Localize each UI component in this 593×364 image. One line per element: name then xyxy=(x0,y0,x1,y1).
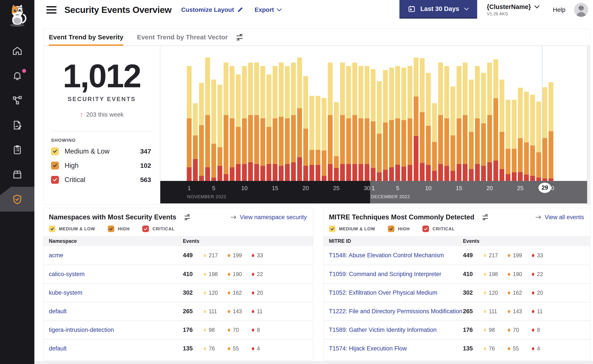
sidebar-item-alerts[interactable] xyxy=(0,63,34,88)
bar-nov-11[interactable] xyxy=(248,63,253,181)
bar-dec-27[interactable] xyxy=(530,95,535,181)
table-row[interactable]: T1059: Command and Scripting Interpreter… xyxy=(324,265,590,283)
bar-dec-3[interactable] xyxy=(383,70,388,181)
highlighted-day-marker[interactable]: 29 xyxy=(539,183,551,193)
bar-dec-20[interactable] xyxy=(487,63,492,181)
sidebar-item-policies[interactable] xyxy=(0,113,34,137)
legend-critical[interactable]: Critical 563 xyxy=(51,173,151,187)
table-row[interactable]: T1222: File and Directory Permissions Mo… xyxy=(324,302,590,320)
bar-nov-18[interactable] xyxy=(291,63,296,181)
bar-dec-5[interactable] xyxy=(395,66,400,181)
bar-nov-7[interactable] xyxy=(224,63,228,181)
bar-dec-18[interactable] xyxy=(475,66,480,181)
table-row[interactable]: T1589: Gather Victim Identity Informatio… xyxy=(324,320,590,339)
sidebar-item-compliance[interactable] xyxy=(0,137,34,162)
bar-dec-19[interactable] xyxy=(481,73,486,181)
table-row[interactable]: acme 449 217 199 33 xyxy=(44,246,313,265)
export-button[interactable]: Export xyxy=(255,6,282,13)
mitre-technique-link[interactable]: T1222: File and Directory Permissions Mo… xyxy=(329,308,463,315)
bar-nov-3[interactable] xyxy=(199,83,204,181)
checkbox-high[interactable] xyxy=(388,226,394,232)
checkbox-critical[interactable] xyxy=(422,226,429,232)
help-link[interactable]: Help xyxy=(553,6,565,13)
bar-dec-10[interactable] xyxy=(426,73,431,181)
bar-nov-23[interactable] xyxy=(322,98,326,181)
bar-dec-2[interactable] xyxy=(377,81,382,181)
trend-settings-sliders-icon[interactable] xyxy=(236,33,244,41)
bar-nov-15[interactable] xyxy=(273,66,277,181)
bar-nov-2[interactable] xyxy=(193,103,198,181)
namespace-link[interactable]: default xyxy=(49,345,183,352)
namespace-link[interactable]: acme xyxy=(49,252,183,259)
checkbox-high[interactable] xyxy=(51,162,59,169)
checkbox-medium-low[interactable] xyxy=(51,147,59,155)
filter-critical[interactable]: CRITICAL xyxy=(422,226,455,232)
table-row[interactable]: default 135 76 55 4 xyxy=(44,339,313,358)
table-row[interactable]: T1548: Abuse Elevation Control Mechanism… xyxy=(324,246,590,265)
bar-dec-13[interactable] xyxy=(444,66,449,181)
mitre-technique-link[interactable]: T1589: Gather Victim Identity Informatio… xyxy=(329,327,463,333)
bar-dec-12[interactable] xyxy=(438,63,443,181)
bar-dec-26[interactable] xyxy=(524,92,529,181)
bar-dec-7[interactable] xyxy=(407,66,412,181)
bar-dec-11[interactable] xyxy=(432,103,437,181)
checkbox-medium-low[interactable] xyxy=(49,226,55,232)
mitre-technique-link[interactable]: T1574: Hijack Execution Flow xyxy=(329,345,463,352)
bar-dec-23[interactable] xyxy=(506,100,510,181)
namespace-link[interactable]: default xyxy=(49,308,183,315)
bar-dec-16[interactable] xyxy=(463,63,467,181)
tab-event-trend-by-severity[interactable]: Event Trend by Severity xyxy=(49,29,123,46)
namespaces-settings-sliders-icon[interactable] xyxy=(184,214,191,221)
checkbox-critical[interactable] xyxy=(51,176,59,184)
sidebar-item-home[interactable] xyxy=(0,39,34,63)
bar-dec-24[interactable] xyxy=(512,100,517,181)
filter-medium-low[interactable]: MEDIUM & LOW xyxy=(49,226,95,232)
sidebar-item-service-graph[interactable] xyxy=(0,88,34,113)
bar-nov-5[interactable] xyxy=(211,80,216,181)
bar-nov-27[interactable] xyxy=(346,66,351,181)
bar-nov-1[interactable] xyxy=(187,66,192,181)
cluster-selector[interactable]: {ClusterName} V1.26 AKS xyxy=(487,3,540,16)
bar-dec-29[interactable] xyxy=(542,87,547,181)
bar-nov-16[interactable] xyxy=(279,63,284,181)
namespace-link[interactable]: kube-system xyxy=(49,289,183,296)
bar-dec-21[interactable] xyxy=(493,59,498,181)
customize-layout-button[interactable]: Customize Layout xyxy=(181,6,243,13)
bar-dec-30[interactable] xyxy=(549,82,553,181)
mitre-technique-link[interactable]: T1052: Exfiltration Over Physical Medium xyxy=(329,289,463,296)
namespace-link[interactable]: tigera-intrusion-detection xyxy=(49,327,183,333)
sidebar-item-threat-defense[interactable] xyxy=(0,187,34,212)
chart-scrollbar[interactable] xyxy=(587,46,590,205)
bar-dec-25[interactable] xyxy=(518,88,523,181)
bar-dec-22[interactable] xyxy=(500,80,504,181)
bar-nov-24[interactable] xyxy=(328,63,333,181)
bar-dec-17[interactable] xyxy=(469,80,474,181)
bar-nov-14[interactable] xyxy=(267,74,271,181)
table-row[interactable]: T1574: Hijack Execution Flow 135 76 55 4 xyxy=(324,339,590,358)
bar-nov-13[interactable] xyxy=(260,66,265,181)
mitre-technique-link[interactable]: T1548: Abuse Elevation Control Mechanism xyxy=(329,252,463,259)
tab-event-trend-by-threat-vector[interactable]: Event Trend by Threat Vector xyxy=(137,29,228,46)
table-row[interactable]: default 265 111 143 11 xyxy=(44,302,313,320)
bar-nov-20[interactable] xyxy=(303,76,308,181)
bar-dec-8[interactable] xyxy=(414,58,419,181)
table-row[interactable]: calico-system 410 198 190 22 xyxy=(44,265,313,283)
bar-nov-4[interactable] xyxy=(205,58,210,181)
date-range-button[interactable]: Last 30 Days xyxy=(400,0,477,19)
bar-nov-9[interactable] xyxy=(236,74,241,181)
hamburger-menu-icon[interactable] xyxy=(47,6,56,13)
filter-high[interactable]: HIGH xyxy=(388,226,410,232)
bar-dec-4[interactable] xyxy=(389,68,394,181)
mitre-settings-sliders-icon[interactable] xyxy=(482,214,489,221)
legend-high[interactable]: High 102 xyxy=(51,158,151,173)
bar-nov-8[interactable] xyxy=(230,66,234,181)
checkbox-medium-low[interactable] xyxy=(329,226,335,232)
mitre-technique-link[interactable]: T1059: Command and Scripting Interpreter xyxy=(329,271,463,278)
bar-nov-29[interactable] xyxy=(359,66,363,181)
bar-dec-14[interactable] xyxy=(450,86,455,181)
legend-medium-low[interactable]: Medium & Low 347 xyxy=(51,144,151,158)
bar-nov-19[interactable] xyxy=(297,58,302,181)
bar-dec-9[interactable] xyxy=(420,58,425,181)
bar-dec-1[interactable] xyxy=(371,69,376,181)
namespace-link[interactable]: calico-system xyxy=(49,271,183,278)
